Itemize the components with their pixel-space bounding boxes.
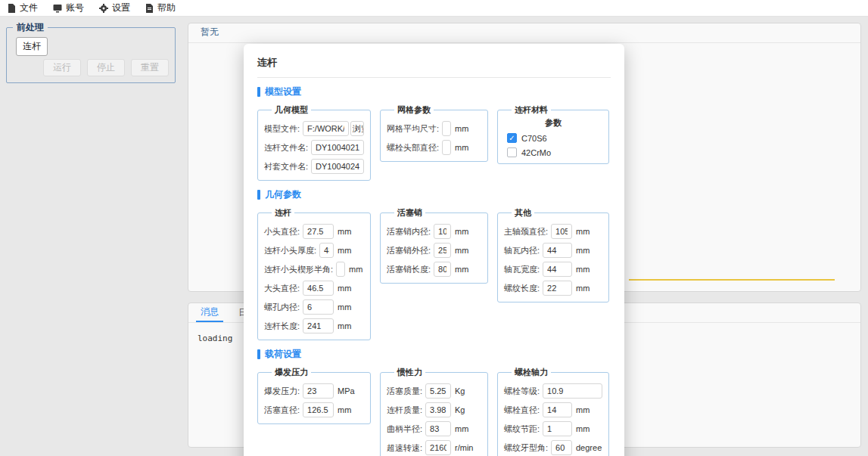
field-row: 模型文件: 浏览 xyxy=(264,121,364,136)
menu-help[interactable]: 帮助 xyxy=(145,2,176,14)
field-row: 活塞销内径: mm xyxy=(387,224,481,239)
field-label: 活塞销外径: xyxy=(387,245,431,256)
field-unit: MPa xyxy=(334,386,364,396)
bolt-force-fieldset: 螺栓轴力 螺栓等级: 螺栓直径: mm 螺纹节距: mm 螺纹牙型角: degr… xyxy=(497,367,609,456)
field-label: 螺纹长度: xyxy=(504,283,540,294)
section-title: 模型设置 xyxy=(265,85,301,98)
workspace-tabbar: 暂无 xyxy=(188,23,860,43)
field-row: 螺栓等级: xyxy=(504,383,602,399)
geometry-model-fieldset: 几何模型 模型文件: 浏览 连杆文件名: 衬套文件名: xyxy=(257,104,371,181)
field-input[interactable] xyxy=(543,383,602,399)
section-geometry-params: 几何参数 xyxy=(257,188,611,201)
field-row: 螺栓头部直径: mm xyxy=(387,140,481,155)
fieldset-legend: 爆发压力 xyxy=(272,367,311,378)
field-input[interactable] xyxy=(543,402,572,417)
field-input[interactable] xyxy=(442,140,451,155)
reset-button[interactable]: 重置 xyxy=(131,59,169,76)
field-input[interactable] xyxy=(543,262,572,277)
field-unit: mm xyxy=(345,265,375,274)
field-input[interactable] xyxy=(303,224,334,239)
dialog-divider xyxy=(257,77,611,78)
bushing-file-name-input[interactable] xyxy=(311,159,364,174)
checkbox-42crmo[interactable] xyxy=(507,147,517,157)
field-input[interactable] xyxy=(551,224,572,239)
field-input[interactable] xyxy=(543,281,572,296)
field-label: 小头直径: xyxy=(264,226,300,237)
pressure-fieldset: 爆发压力 爆发压力: MPa 活塞直径: mm xyxy=(257,367,371,424)
model-file-input[interactable] xyxy=(303,121,349,136)
field-row: 轴瓦宽度: mm xyxy=(504,262,602,277)
field-row: 连杆文件名: xyxy=(264,140,364,155)
field-unit: mm xyxy=(334,302,364,312)
fieldset-legend: 连杆材料 xyxy=(512,104,551,116)
field-row: 衬套文件名: xyxy=(264,159,364,174)
field-unit: mm xyxy=(572,284,602,293)
field-unit: mm xyxy=(572,424,602,433)
material-sub-legend: 参数 xyxy=(504,117,602,129)
field-label: 轴瓦内径: xyxy=(504,245,540,256)
menu-file[interactable]: 文件 xyxy=(8,2,38,14)
tab-message[interactable]: 消息 xyxy=(196,303,223,322)
field-unit: mm xyxy=(451,143,481,152)
menu-file-label: 文件 xyxy=(20,2,38,14)
field-input[interactable] xyxy=(425,383,451,399)
menu-settings[interactable]: 设置 xyxy=(99,2,130,14)
field-input[interactable] xyxy=(303,402,334,417)
field-input[interactable] xyxy=(543,421,572,436)
run-button[interactable]: 运行 xyxy=(43,59,81,76)
field-input[interactable] xyxy=(303,281,334,296)
fieldset-legend: 其他 xyxy=(512,207,534,219)
field-input[interactable] xyxy=(434,224,451,239)
other-fieldset: 其他 主轴颈直径: mm 轴瓦内径: mm 轴瓦宽度: mm 螺纹长度: mm xyxy=(497,207,609,302)
field-input[interactable] xyxy=(543,243,572,258)
help-icon xyxy=(145,4,154,13)
field-label: 爆发压力: xyxy=(264,386,300,397)
material-fieldset: 连杆材料 参数 C70S6 42CrMo xyxy=(497,104,609,164)
field-row: 活塞销外径: mm xyxy=(387,243,481,258)
field-unit: degree xyxy=(572,443,602,452)
field-row: 小头直径: mm xyxy=(264,224,364,239)
field-label: 曲柄半径: xyxy=(387,423,422,435)
rod-file-name-input[interactable] xyxy=(311,140,364,155)
browse-button[interactable]: 浏览 xyxy=(350,121,364,136)
field-unit: Kg xyxy=(451,386,481,396)
field-unit: mm xyxy=(334,321,364,330)
field-input[interactable] xyxy=(303,318,334,333)
field-row: 连杆质量: Kg xyxy=(387,402,481,417)
field-input[interactable] xyxy=(434,262,451,277)
tab-none[interactable]: 暂无 xyxy=(198,22,222,42)
field-label: 模型文件: xyxy=(264,123,300,135)
field-input[interactable] xyxy=(303,299,334,315)
field-unit: mm xyxy=(572,265,602,274)
section-title: 载荷设置 xyxy=(265,348,301,361)
field-unit: mm xyxy=(451,424,481,433)
checkbox-c70s6[interactable] xyxy=(507,133,517,143)
field-input[interactable] xyxy=(551,440,572,455)
field-input[interactable] xyxy=(434,243,451,258)
field-input[interactable] xyxy=(303,383,334,399)
field-row: 轴瓦内径: mm xyxy=(504,243,602,258)
field-label: 螺纹牙型角: xyxy=(504,442,548,454)
material-option: 42CrMo xyxy=(507,147,602,157)
field-input[interactable] xyxy=(442,121,451,136)
field-row: 活塞销长度: mm xyxy=(387,262,481,277)
field-input[interactable] xyxy=(425,402,451,417)
field-input[interactable] xyxy=(425,421,451,436)
rod-button[interactable]: 连杆 xyxy=(16,37,48,56)
field-unit: mm xyxy=(572,227,602,236)
field-unit: mm xyxy=(451,265,481,274)
fieldset-legend: 活塞销 xyxy=(394,207,425,219)
load-settings-row: 爆发压力 爆发压力: MPa 活塞直径: mm 惯性力 活塞质量: Kg 连杆质… xyxy=(257,367,611,456)
field-unit: mm xyxy=(451,124,481,133)
field-unit: mm xyxy=(572,246,602,255)
material-option: C70S6 xyxy=(507,133,602,143)
field-input[interactable] xyxy=(319,243,334,258)
menu-account[interactable]: 账号 xyxy=(53,2,84,14)
checkbox-label: 42CrMo xyxy=(521,148,551,157)
fieldset-legend: 几何模型 xyxy=(272,104,311,116)
field-row: 活塞质量: Kg xyxy=(387,383,481,399)
field-input[interactable] xyxy=(425,440,451,455)
field-input[interactable] xyxy=(336,262,345,277)
section-accent-bar xyxy=(257,349,260,359)
stop-button[interactable]: 停止 xyxy=(87,59,125,76)
